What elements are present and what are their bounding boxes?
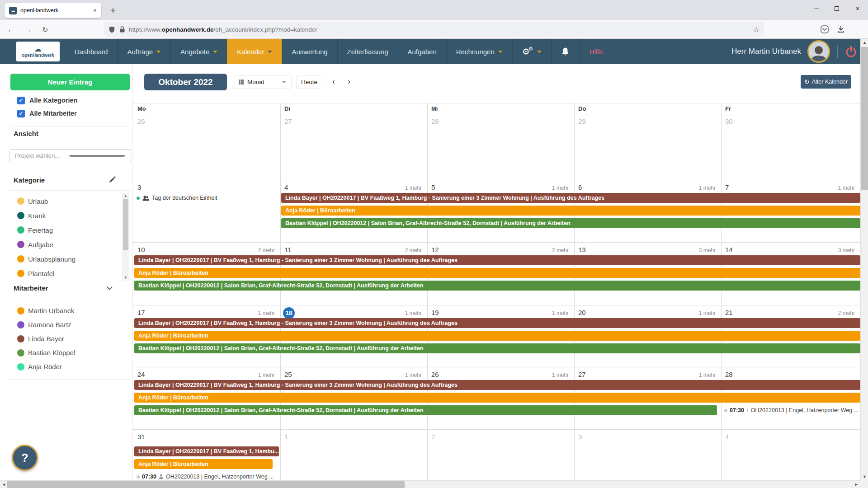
scrollbar-thumb[interactable]: [7, 481, 405, 488]
more-events-link[interactable]: 2 mehr: [552, 242, 574, 253]
event-bar[interactable]: Bastian Klöppel | OH20220012 | Salon Bri…: [134, 281, 860, 291]
day-cell[interactable]: 102 mehr: [133, 242, 280, 256]
close-button[interactable]: ×: [847, 0, 868, 17]
employee-item[interactable]: Linda Bayer: [0, 332, 121, 346]
day-cell[interactable]: 261 mehr: [427, 367, 574, 380]
checkbox-icon[interactable]: ✓: [17, 110, 25, 117]
nav-item-kalender[interactable]: Kalender: [227, 39, 282, 64]
day-cell[interactable]: 71 mehr: [721, 180, 860, 193]
scroll-up-icon[interactable]: ▲: [122, 193, 129, 199]
day-cell[interactable]: 2: [427, 429, 574, 443]
more-events-link[interactable]: 1 mehr: [258, 367, 280, 378]
event-bar[interactable]: Anja Röder | Büroarbeiten: [281, 206, 860, 216]
logout-power-icon[interactable]: [845, 46, 857, 58]
day-cell[interactable]: 3: [574, 429, 721, 443]
today-button[interactable]: Heute: [296, 75, 322, 89]
nav-item-auswertung[interactable]: Auswertung: [282, 39, 337, 64]
category-item[interactable]: Urlaub: [0, 194, 121, 208]
employee-item[interactable]: Martin Urbanek: [0, 304, 121, 318]
day-cell[interactable]: 30: [721, 114, 860, 127]
next-month-button[interactable]: ›: [342, 75, 356, 89]
tab-close-icon[interactable]: ×: [93, 7, 97, 14]
category-item[interactable]: Aufgabe: [0, 237, 121, 252]
day-cell[interactable]: 41 mehr: [280, 180, 427, 193]
event-bar[interactable]: Bastian Klöppel | OH20220012 | Salon Bri…: [134, 343, 860, 353]
timed-entry[interactable]: 07:30OH20220013 | Engel, Hatzenporter We…: [724, 405, 859, 415]
day-cell[interactable]: 143 mehr: [721, 242, 860, 256]
category-item[interactable]: Plantafel: [0, 266, 121, 281]
more-events-link[interactable]: 3 mehr: [699, 242, 721, 253]
more-events-link[interactable]: 1 mehr: [552, 305, 574, 316]
day-cell[interactable]: 3: [133, 180, 280, 193]
edit-pencil-icon[interactable]: [108, 176, 116, 183]
bookmark-star-icon[interactable]: ☆: [753, 25, 760, 34]
scrollbar-thumb[interactable]: [123, 199, 128, 250]
day-cell[interactable]: 28: [721, 367, 860, 380]
project-select[interactable]: Projekt wählen...: [9, 149, 131, 162]
event-bar[interactable]: Linda Bayer | OH20220017 | BV Faaßweg 1,…: [134, 446, 279, 456]
settings-menu[interactable]: ⚙ ⚙: [512, 39, 551, 64]
more-events-link[interactable]: 1 mehr: [838, 180, 860, 191]
new-entry-button[interactable]: Neuer Eintrag: [10, 74, 130, 90]
notifications-button[interactable]: [551, 39, 579, 64]
more-events-link[interactable]: 1 mehr: [258, 305, 280, 316]
help-link[interactable]: Hilfe: [579, 39, 613, 64]
day-cell[interactable]: 133 mehr: [574, 242, 721, 256]
reload-icon[interactable]: ↻: [39, 23, 52, 36]
help-fab-button[interactable]: ?: [12, 445, 38, 471]
today-badge[interactable]: 18: [283, 307, 295, 319]
employee-item[interactable]: Bastian Klöppel: [0, 346, 121, 360]
more-events-link[interactable]: 1 mehr: [405, 367, 427, 378]
day-cell[interactable]: 31: [133, 429, 280, 443]
checkbox-icon[interactable]: ✓: [17, 97, 25, 104]
nav-item-zeiterfassung[interactable]: Zeiterfassung: [337, 39, 398, 64]
day-cell[interactable]: 201 mehr: [574, 305, 721, 319]
event-bar[interactable]: Linda Bayer | OH20220017 | BV Faaßweg 1,…: [134, 380, 860, 390]
employee-item[interactable]: Ramona Bartz: [0, 318, 121, 332]
nav-item-dashboard[interactable]: Dashboard: [65, 39, 117, 64]
nav-item-aufgaben[interactable]: Aufgaben: [398, 39, 446, 64]
more-events-link[interactable]: 1 mehr: [699, 305, 721, 316]
category-item[interactable]: Feiertag: [0, 223, 121, 237]
back-icon[interactable]: ←: [5, 23, 17, 36]
prev-month-button[interactable]: ‹: [327, 75, 340, 89]
maximize-button[interactable]: [826, 0, 847, 17]
event-bar[interactable]: Anja Röder | Büroarbeiten: [134, 393, 860, 403]
day-cell[interactable]: 29: [574, 114, 721, 127]
day-cell[interactable]: 61 mehr: [574, 180, 721, 193]
day-cell[interactable]: 122 mehr: [427, 242, 574, 256]
nav-item-auftrge[interactable]: Aufträge: [117, 39, 170, 64]
more-events-link[interactable]: 1 mehr: [552, 180, 574, 191]
day-cell[interactable]: 271 mehr: [574, 367, 721, 380]
horizontal-scrollbar[interactable]: ◄ ►: [0, 480, 860, 488]
event-bar[interactable]: Anja Röder | Büroarbeiten: [134, 268, 860, 278]
day-cell[interactable]: 27: [280, 114, 427, 127]
day-cell[interactable]: 1: [280, 429, 427, 443]
more-events-link[interactable]: 2 mehr: [838, 305, 860, 316]
scrollbar-thumb[interactable]: [861, 47, 868, 190]
download-icon[interactable]: [837, 25, 845, 33]
scroll-down-icon[interactable]: ▼: [861, 473, 868, 480]
event-bar[interactable]: Anja Röder | Büroarbeiten: [134, 459, 273, 469]
vertical-scrollbar[interactable]: ▲ ▼: [860, 39, 868, 480]
more-events-link[interactable]: 1 mehr: [552, 367, 574, 378]
minimize-button[interactable]: [806, 0, 826, 17]
scroll-right-icon[interactable]: ►: [853, 481, 860, 488]
app-logo[interactable]: ☁ openHandwerk: [16, 42, 60, 61]
more-events-link[interactable]: 1 mehr: [405, 180, 427, 191]
day-cell[interactable]: 191 mehr: [427, 305, 574, 319]
category-item[interactable]: Urlaubsplanung: [0, 252, 121, 266]
more-events-link[interactable]: 3 mehr: [838, 242, 860, 253]
day-cell[interactable]: 26: [133, 114, 280, 127]
shield-icon[interactable]: [108, 26, 115, 33]
filter-alle-mitarbeiter[interactable]: ✓Alle Mitarbeiter: [17, 109, 77, 118]
category-item[interactable]: Krank: [0, 208, 121, 223]
more-events-link[interactable]: 2 mehr: [258, 242, 280, 253]
day-cell[interactable]: 51 mehr: [427, 180, 574, 193]
day-cell[interactable]: 241 mehr: [133, 367, 280, 380]
chevron-down-icon[interactable]: [107, 284, 113, 290]
day-cell[interactable]: 4: [721, 429, 860, 443]
more-events-link[interactable]: 2 mehr: [405, 242, 427, 253]
url-bar[interactable]: https://www.openhandwerk.de/oh_account/i…: [104, 22, 764, 37]
event-bar[interactable]: Linda Bayer | OH20220017 | BV Faaßweg 1,…: [281, 193, 860, 203]
